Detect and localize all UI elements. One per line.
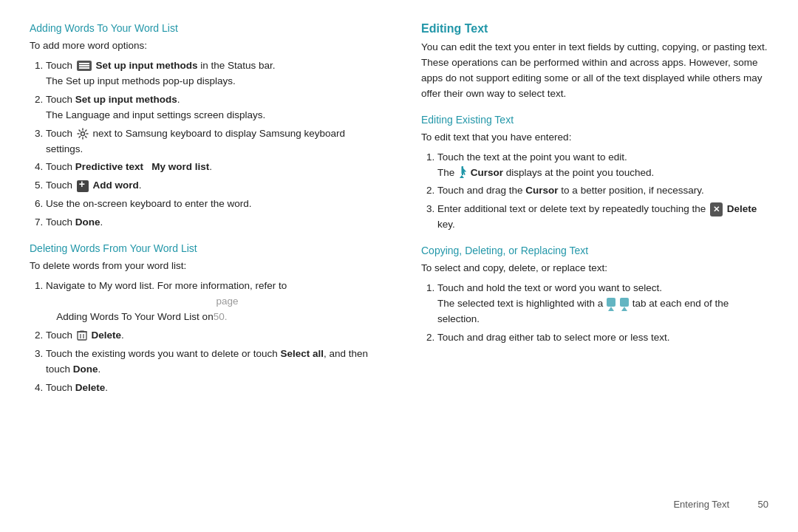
cursor-bold-2: Cursor bbox=[525, 185, 558, 196]
editing-existing-step-2-text: Touch and drag the Cursor to a better po… bbox=[437, 185, 704, 196]
copying-deleting-steps: Touch and hold the text or word you want… bbox=[437, 281, 768, 346]
my-word-list-bold: My word list bbox=[151, 161, 209, 172]
adding-step-7: Touch Done. bbox=[46, 215, 377, 231]
cursor-icon bbox=[458, 166, 467, 180]
tab-right-icon bbox=[620, 298, 629, 311]
svg-rect-8 bbox=[607, 298, 615, 307]
deleting-words-steps: Navigate to My word list. For more infor… bbox=[46, 279, 377, 395]
right-column: Editing Text You can edit the text you e… bbox=[414, 22, 768, 491]
editing-existing-step-3-text: Enter additional text or delete text by … bbox=[437, 203, 757, 230]
select-all-bold: Select all bbox=[280, 348, 324, 359]
editing-existing-step-1-text: Touch the text at the point you want to … bbox=[437, 151, 627, 163]
plus-icon bbox=[77, 180, 89, 192]
deleting-step-3-text: Touch the existing words you want to del… bbox=[46, 348, 368, 375]
deleting-step-4-text: Touch Delete. bbox=[46, 382, 108, 393]
editing-existing-title: Editing Existing Text bbox=[421, 114, 768, 126]
adding-step-6-text: Use the on-screen keyboard to enter the … bbox=[46, 198, 251, 209]
copying-step-1-text: Touch and hold the text or word you want… bbox=[437, 282, 662, 293]
deleting-words-title: Deleting Words From Your Word List bbox=[30, 242, 377, 254]
page: Adding Words To Your Word List To add mo… bbox=[0, 0, 798, 532]
adding-words-intro: To add more word options: bbox=[30, 38, 377, 54]
copying-step-1: Touch and hold the text or word you want… bbox=[437, 281, 768, 327]
svg-rect-10 bbox=[620, 298, 629, 307]
delete-bold-2: Delete bbox=[75, 382, 106, 393]
adding-step-2: Touch Set up input methods. The Language… bbox=[46, 92, 377, 123]
editing-existing-step-2: Touch and drag the Cursor to a better po… bbox=[437, 183, 768, 199]
delete-key-icon: ✕ bbox=[710, 202, 723, 216]
delete-bold-1: Delete bbox=[92, 330, 122, 341]
adding-step-6: Use the on-screen keyboard to enter the … bbox=[46, 197, 377, 212]
svg-point-0 bbox=[81, 132, 84, 136]
editing-existing-step-1-sub: The Cursor displays at the point you tou… bbox=[437, 167, 654, 178]
editing-text-main-body: You can edit the text you enter in text … bbox=[421, 40, 768, 102]
copying-step-1-sub: The selected text is highlighted with a … bbox=[437, 298, 729, 324]
deleting-step-2: Touch Delete. bbox=[46, 328, 377, 344]
tab-left-icon bbox=[607, 298, 615, 311]
editing-text-main-title: Editing Text bbox=[421, 22, 768, 35]
copying-deleting-title: Copying, Deleting, or Replacing Text bbox=[421, 245, 768, 256]
adding-step-1-sub: The Set up input methods pop-up displays… bbox=[46, 75, 236, 86]
adding-step-5: Touch Add word. bbox=[46, 178, 377, 194]
deleting-step-3: Touch the existing words you want to del… bbox=[46, 347, 377, 378]
adding-step-2-text: Touch Set up input methods. bbox=[46, 94, 180, 105]
set-up-bold-2: Set up input methods bbox=[75, 94, 177, 105]
columns: Adding Words To Your Word List To add mo… bbox=[30, 22, 768, 491]
footer-page-number: 50 bbox=[758, 499, 768, 510]
deleting-step-1-text: Navigate to My word list. For more infor… bbox=[46, 280, 287, 322]
adding-step-3: Touch next to Samsung keyboard to displa… bbox=[46, 126, 377, 157]
footer: Entering Text 50 bbox=[30, 491, 768, 510]
copying-step-2: Touch and drag either tab to select more… bbox=[437, 330, 768, 346]
adding-words-steps: Touch Set up input methods in the Status… bbox=[46, 58, 377, 231]
footer-label: Entering Text bbox=[673, 499, 729, 510]
section-copying-deleting: Copying, Deleting, or Replacing Text To … bbox=[421, 245, 768, 346]
copying-step-2-text: Touch and drag either tab to select more… bbox=[437, 332, 669, 343]
set-up-bold-1: Set up input methods bbox=[96, 60, 198, 71]
gear-icon bbox=[77, 128, 89, 140]
deleting-step-1: Navigate to My word list. For more infor… bbox=[46, 279, 377, 325]
svg-rect-6 bbox=[462, 166, 463, 175]
editing-existing-step-1: Touch the text at the point you want to … bbox=[437, 150, 768, 181]
section-editing-existing: Editing Existing Text To edit text that … bbox=[421, 114, 768, 233]
adding-step-3-text: Touch next to Samsung keyboard to displa… bbox=[46, 128, 345, 154]
copying-deleting-intro: To select and copy, delete, or replace t… bbox=[421, 261, 768, 276]
section-adding-words: Adding Words To Your Word List To add mo… bbox=[30, 22, 377, 231]
delete-key-bold: Delete bbox=[727, 203, 757, 214]
done-bold-2: Done bbox=[73, 364, 98, 375]
svg-marker-7 bbox=[460, 175, 464, 178]
adding-step-2-sub: The Language and input settings screen d… bbox=[46, 109, 265, 120]
add-word-bold: Add word bbox=[93, 180, 139, 191]
adding-step-4-text: Touch Predictive text My word list. bbox=[46, 161, 212, 172]
editing-existing-steps: Touch the text at the point you want to … bbox=[437, 150, 768, 233]
adding-step-1: Touch Set up input methods in the Status… bbox=[46, 58, 377, 89]
deleting-step-2-text: Touch Delete. bbox=[46, 330, 124, 341]
svg-marker-9 bbox=[608, 307, 614, 311]
editing-existing-step-3: Enter additional text or delete text by … bbox=[437, 202, 768, 233]
adding-words-title: Adding Words To Your Word List bbox=[30, 22, 377, 34]
svg-marker-11 bbox=[621, 307, 627, 311]
keyboard-icon bbox=[77, 61, 92, 71]
footer-separator bbox=[738, 499, 748, 510]
deleting-words-intro: To delete words from your word list: bbox=[30, 259, 377, 274]
adding-step-4: Touch Predictive text My word list. bbox=[46, 160, 377, 175]
predictive-bold: Predictive text bbox=[75, 161, 143, 172]
adding-step-5-text: Touch Add word. bbox=[46, 180, 142, 191]
adding-step-1-text: Touch Set up input methods in the Status… bbox=[46, 60, 276, 71]
adding-step-7-text: Touch Done. bbox=[46, 216, 103, 228]
svg-rect-1 bbox=[78, 332, 86, 340]
section-deleting-words: Deleting Words From Your Word List To de… bbox=[30, 242, 377, 395]
done-bold-1: Done bbox=[75, 216, 100, 228]
cursor-bold: Cursor bbox=[471, 167, 503, 178]
editing-existing-intro: To edit text that you have entered: bbox=[421, 130, 768, 146]
deleting-step-4: Touch Delete. bbox=[46, 381, 377, 396]
section-editing-text: Editing Text You can edit the text you e… bbox=[421, 22, 768, 102]
left-column: Adding Words To Your Word List To add mo… bbox=[30, 22, 384, 491]
trash-icon bbox=[77, 330, 87, 341]
